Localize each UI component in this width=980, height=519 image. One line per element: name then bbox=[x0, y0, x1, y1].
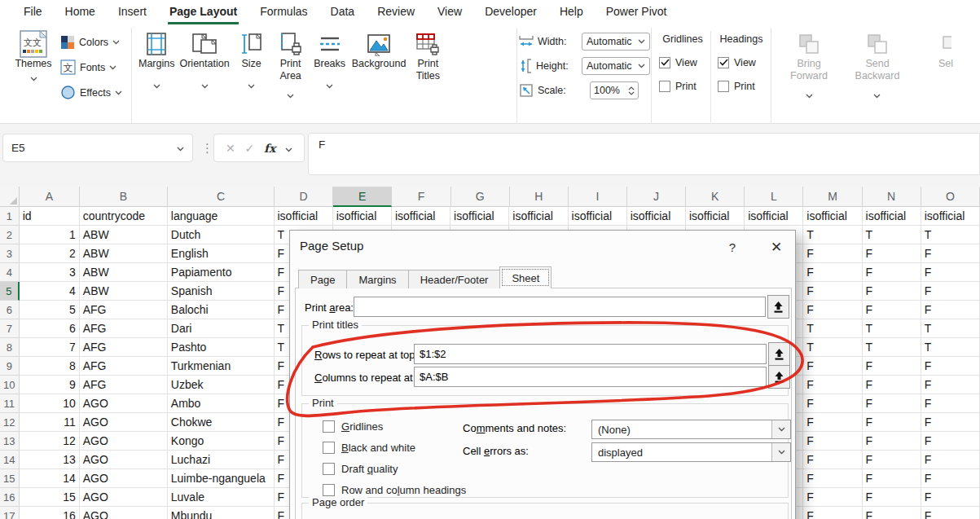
cell-C17[interactable]: Mbundu bbox=[168, 507, 275, 519]
cell-N14[interactable]: F bbox=[863, 451, 921, 469]
menu-tab-power-pivot[interactable]: Power Pivot bbox=[604, 0, 669, 24]
column-header-G[interactable]: G bbox=[451, 187, 510, 207]
cell-C14[interactable]: Luchazi bbox=[168, 451, 275, 469]
cell-O14[interactable]: F bbox=[921, 451, 980, 469]
cell-N8[interactable]: T bbox=[863, 338, 921, 357]
cell-C5[interactable]: Spanish bbox=[168, 282, 275, 301]
cell-B5[interactable]: ABW bbox=[80, 282, 168, 301]
column-header-L[interactable]: L bbox=[745, 187, 803, 207]
cell-B3[interactable]: ABW bbox=[80, 244, 168, 263]
row-header-15[interactable]: 15 bbox=[0, 469, 20, 488]
cell-C12[interactable]: Chokwe bbox=[168, 413, 275, 432]
cell-N7[interactable]: T bbox=[863, 319, 921, 338]
row-header-1[interactable]: 1 bbox=[0, 207, 20, 226]
draft-quality-checkbox[interactable]: Draft quality bbox=[323, 462, 398, 475]
column-header-J[interactable]: J bbox=[627, 187, 686, 207]
cell-A13[interactable]: 12 bbox=[20, 432, 80, 451]
cell-E1[interactable]: isofficial bbox=[333, 207, 392, 226]
cell-A9[interactable]: 8 bbox=[20, 357, 80, 376]
dropdown-chevron-button[interactable] bbox=[771, 443, 790, 461]
cell-M1[interactable]: isofficial bbox=[803, 207, 862, 226]
cell-C6[interactable]: Balochi bbox=[168, 301, 275, 319]
cell-O15[interactable]: F bbox=[921, 469, 980, 488]
column-header-A[interactable]: A bbox=[20, 187, 80, 207]
cell-O9[interactable]: F bbox=[921, 357, 980, 376]
cell-O16[interactable]: F bbox=[921, 488, 980, 507]
sel-button[interactable]: Sel bbox=[919, 24, 973, 130]
cell-N10[interactable]: F bbox=[863, 376, 921, 394]
headings-print-checkbox[interactable]: Print bbox=[714, 74, 768, 98]
gridlines-checkbox[interactable]: Gridlines bbox=[323, 420, 383, 433]
breaks-button[interactable]: Breaks bbox=[310, 24, 349, 100]
menu-tab-developer[interactable]: Developer bbox=[483, 0, 538, 24]
cell-B10[interactable]: AFG bbox=[80, 376, 168, 394]
cell-M8[interactable]: T bbox=[803, 338, 862, 357]
cell-M17[interactable]: F bbox=[803, 507, 862, 519]
column-header-K[interactable]: K bbox=[686, 187, 745, 207]
cell-N16[interactable]: F bbox=[863, 488, 921, 507]
cell-N4[interactable]: F bbox=[863, 263, 921, 282]
cell-O3[interactable]: F bbox=[921, 244, 980, 263]
row-header-3[interactable]: 3 bbox=[0, 244, 20, 263]
cell-A11[interactable]: 10 bbox=[20, 394, 80, 413]
background-button[interactable]: Background bbox=[349, 24, 409, 70]
dialog-tab-header-footer[interactable]: Header/Footer bbox=[408, 270, 501, 288]
cell-C7[interactable]: Dari bbox=[168, 319, 275, 338]
row-and-column-headings-checkbox[interactable]: Row and column headings bbox=[323, 483, 466, 496]
row-header-9[interactable]: 9 bbox=[0, 357, 20, 376]
cell-A17[interactable]: 16 bbox=[20, 507, 80, 519]
cell-L1[interactable]: isofficial bbox=[745, 207, 803, 226]
cell-A15[interactable]: 14 bbox=[20, 469, 80, 488]
row-header-5[interactable]: 5 bbox=[0, 282, 20, 301]
cell-N6[interactable]: F bbox=[863, 301, 921, 319]
name-box[interactable]: E5 bbox=[2, 134, 193, 162]
cell-I1[interactable]: isofficial bbox=[569, 207, 627, 226]
row-header-16[interactable]: 16 bbox=[0, 488, 20, 507]
columns-to-repeat-collapse-button[interactable] bbox=[768, 365, 790, 389]
row-header-7[interactable]: 7 bbox=[0, 319, 20, 338]
cell-N11[interactable]: F bbox=[863, 394, 921, 413]
cell-J1[interactable]: isofficial bbox=[627, 207, 686, 226]
cell-M3[interactable]: F bbox=[803, 244, 862, 263]
rows-to-repeat-collapse-button[interactable] bbox=[768, 342, 790, 366]
cell-A3[interactable]: 2 bbox=[20, 244, 80, 263]
cell-K1[interactable]: isofficial bbox=[686, 207, 745, 226]
cell-B15[interactable]: AGO bbox=[80, 469, 168, 488]
cell-C4[interactable]: Papiamento bbox=[168, 263, 275, 282]
cell-N15[interactable]: F bbox=[863, 469, 921, 488]
gridlines-print-checkbox[interactable]: Print bbox=[656, 74, 710, 98]
formula-input[interactable]: F bbox=[308, 133, 980, 175]
cell-A16[interactable]: 15 bbox=[20, 488, 80, 507]
cell-H1[interactable]: isofficial bbox=[509, 207, 568, 226]
cell-C13[interactable]: Kongo bbox=[168, 432, 275, 451]
cell-O10[interactable]: F bbox=[921, 376, 980, 394]
cell-M14[interactable]: F bbox=[803, 451, 862, 469]
cell-A4[interactable]: 3 bbox=[20, 263, 80, 282]
rows-to-repeat-input[interactable] bbox=[414, 344, 767, 364]
row-header-13[interactable]: 13 bbox=[0, 432, 20, 451]
dialog-help-button[interactable]: ? bbox=[720, 235, 745, 258]
menu-tab-page-layout[interactable]: Page Layout bbox=[168, 0, 239, 24]
dialog-tab-page[interactable]: Page bbox=[298, 270, 347, 288]
cell-B11[interactable]: AGO bbox=[80, 394, 168, 413]
column-header-B[interactable]: B bbox=[80, 187, 168, 207]
cell-M11[interactable]: F bbox=[803, 394, 862, 413]
row-header-4[interactable]: 4 bbox=[0, 263, 20, 282]
column-header-H[interactable]: H bbox=[510, 187, 569, 207]
select-all-corner[interactable] bbox=[0, 187, 20, 207]
bring-forward-button[interactable]: BringForward bbox=[782, 24, 836, 130]
cell-A7[interactable]: 6 bbox=[20, 319, 80, 338]
cell-B13[interactable]: AGO bbox=[80, 432, 168, 451]
cell-A2[interactable]: 1 bbox=[20, 226, 80, 244]
cell-C11[interactable]: Ambo bbox=[168, 394, 275, 413]
row-header-8[interactable]: 8 bbox=[0, 338, 20, 357]
cell-B12[interactable]: AGO bbox=[80, 413, 168, 432]
cell-C1[interactable]: language bbox=[168, 207, 275, 226]
themes-button[interactable]: 文文 Themes bbox=[10, 24, 57, 85]
cell-A14[interactable]: 13 bbox=[20, 451, 80, 469]
print-area-input[interactable] bbox=[354, 297, 766, 317]
cell-C9[interactable]: Turkmenian bbox=[168, 357, 275, 376]
print-titles-button[interactable]: PrintTitles bbox=[408, 24, 447, 82]
black-and-white-checkbox[interactable]: Black and white bbox=[323, 441, 415, 454]
row-header-11[interactable]: 11 bbox=[0, 394, 20, 413]
